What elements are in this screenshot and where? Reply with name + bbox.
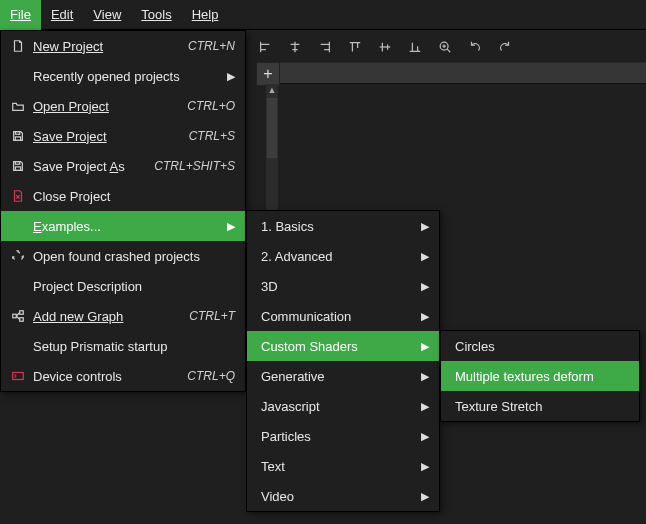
menu-item-label: Save Project (33, 129, 169, 144)
redo-icon[interactable] (496, 38, 514, 56)
menu-item-particles[interactable]: Particles ▶ (247, 421, 439, 451)
submenu-arrow-icon: ▶ (417, 430, 429, 443)
menu-item-open-crashed[interactable]: Open found crashed projects (1, 241, 245, 271)
submenu-arrow-icon: ▶ (417, 340, 429, 353)
menu-item-label: Texture Stretch (455, 399, 629, 414)
menu-item-multiple-textures-deform[interactable]: Multiple textures deform (441, 361, 639, 391)
menu-item-video[interactable]: Video ▶ (247, 481, 439, 511)
menu-item-label: Particles (261, 429, 409, 444)
add-tab-button[interactable]: + (256, 62, 280, 86)
menubar: File Edit View Tools Help (0, 0, 646, 30)
scroll-thumb[interactable] (267, 98, 277, 158)
menu-item-shortcut: CTRL+T (189, 309, 235, 323)
device-icon (9, 369, 27, 383)
svg-rect-33 (13, 373, 24, 380)
menu-item-project-description[interactable]: Project Description (1, 271, 245, 301)
file-close-icon (9, 189, 27, 203)
submenu-arrow-icon: ▶ (417, 370, 429, 383)
menu-item-examples[interactable]: Examples... ▶ (1, 211, 245, 241)
toolbar (256, 34, 514, 60)
menu-item-custom-shaders[interactable]: Custom Shaders ▶ (247, 331, 439, 361)
menu-item-save-project[interactable]: Save Project CTRL+S (1, 121, 245, 151)
menu-item-label: Close Project (33, 189, 235, 204)
submenu-arrow-icon: ▶ (417, 220, 429, 233)
menu-item-setup-startup[interactable]: Setup Prismatic startup (1, 331, 245, 361)
menu-item-label: Custom Shaders (261, 339, 409, 354)
tab-strip: + (256, 62, 646, 84)
menu-item-shortcut: CTRL+N (188, 39, 235, 53)
undo-icon[interactable] (466, 38, 484, 56)
menu-item-label: Project Description (33, 279, 235, 294)
menu-edit[interactable]: Edit (41, 0, 83, 30)
menu-tools[interactable]: Tools (131, 0, 181, 30)
menu-item-label: Recently opened projects (33, 69, 215, 84)
menu-item-label: Circles (455, 339, 629, 354)
menu-item-label: Generative (261, 369, 409, 384)
file-menu: New Project CTRL+N Recently opened proje… (0, 30, 246, 392)
menu-item-shortcut: CTRL+O (187, 99, 235, 113)
submenu-arrow-icon: ▶ (223, 220, 235, 233)
graph-icon (9, 309, 27, 323)
menu-item-label: Video (261, 489, 409, 504)
menu-item-label: Device controls (33, 369, 167, 384)
svg-rect-25 (15, 167, 20, 171)
menu-item-shortcut: CTRL+S (189, 129, 235, 143)
align-left-icon[interactable] (256, 38, 274, 56)
menu-item-label: Javascript (261, 399, 409, 414)
menu-item-basics[interactable]: 1. Basics ▶ (247, 211, 439, 241)
menu-item-save-project-as[interactable]: Save Project As CTRL+SHIT+S (1, 151, 245, 181)
menu-item-device-controls[interactable]: Device controls CTRL+Q (1, 361, 245, 391)
menu-item-recent-projects[interactable]: Recently opened projects ▶ (1, 61, 245, 91)
menu-item-open-project[interactable]: Open Project CTRL+O (1, 91, 245, 121)
svg-rect-24 (15, 162, 19, 165)
menu-item-label: Add new Graph (33, 309, 169, 324)
examples-menu: 1. Basics ▶ 2. Advanced ▶ 3D ▶ Communica… (246, 210, 440, 512)
align-top-icon[interactable] (346, 38, 364, 56)
menu-item-label: Examples... (33, 219, 215, 234)
align-bottom-icon[interactable] (406, 38, 424, 56)
svg-rect-30 (20, 318, 24, 322)
submenu-arrow-icon: ▶ (417, 250, 429, 263)
menu-item-shortcut: CTRL+SHIT+S (154, 159, 235, 173)
submenu-arrow-icon: ▶ (417, 280, 429, 293)
menu-item-label: Save Project As (33, 159, 134, 174)
submenu-arrow-icon: ▶ (417, 400, 429, 413)
scroll-up-arrow[interactable]: ▲ (266, 84, 278, 96)
svg-rect-29 (20, 311, 24, 315)
align-center-v-icon[interactable] (376, 38, 394, 56)
align-right-icon[interactable] (316, 38, 334, 56)
menu-item-close-project[interactable]: Close Project (1, 181, 245, 211)
menu-item-label: Open Project (33, 99, 167, 114)
menu-item-label: 2. Advanced (261, 249, 409, 264)
menu-item-texture-stretch[interactable]: Texture Stretch (441, 391, 639, 421)
menu-item-add-graph[interactable]: Add new Graph CTRL+T (1, 301, 245, 331)
save-icon (9, 129, 27, 143)
menu-help[interactable]: Help (182, 0, 229, 30)
menu-item-communication[interactable]: Communication ▶ (247, 301, 439, 331)
menu-file[interactable]: File (0, 0, 41, 30)
menu-item-label: Communication (261, 309, 409, 324)
menu-view[interactable]: View (83, 0, 131, 30)
menu-item-3d[interactable]: 3D ▶ (247, 271, 439, 301)
align-center-h-icon[interactable] (286, 38, 304, 56)
svg-rect-22 (15, 132, 19, 135)
menu-item-label: 1. Basics (261, 219, 409, 234)
menu-item-advanced[interactable]: 2. Advanced ▶ (247, 241, 439, 271)
zoom-icon[interactable] (436, 38, 454, 56)
svg-rect-28 (13, 314, 17, 318)
menu-item-new-project[interactable]: New Project CTRL+N (1, 31, 245, 61)
menu-item-label: Open found crashed projects (33, 249, 235, 264)
menu-item-label: 3D (261, 279, 409, 294)
submenu-arrow-icon: ▶ (417, 310, 429, 323)
menu-item-generative[interactable]: Generative ▶ (247, 361, 439, 391)
menu-item-javascript[interactable]: Javascript ▶ (247, 391, 439, 421)
menu-item-text[interactable]: Text ▶ (247, 451, 439, 481)
recycle-icon (9, 249, 27, 263)
folder-open-icon (9, 99, 27, 113)
menu-item-circles[interactable]: Circles (441, 331, 639, 361)
menu-item-label: New Project (33, 39, 168, 54)
submenu-arrow-icon: ▶ (417, 460, 429, 473)
vertical-scrollbar[interactable]: ▲ (266, 84, 278, 210)
menu-item-label: Multiple textures deform (455, 369, 629, 384)
file-new-icon (9, 39, 27, 53)
